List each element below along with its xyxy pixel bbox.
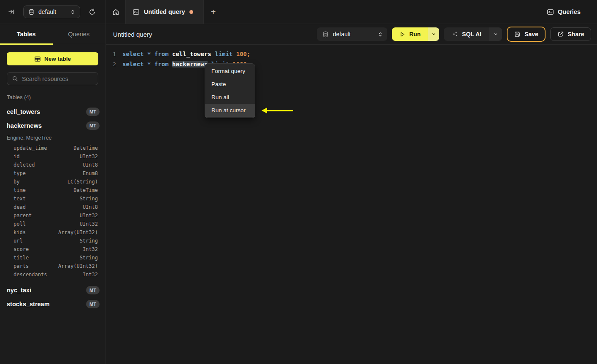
main-area: Untitled query default xyxy=(106,24,597,364)
column-name: score xyxy=(14,246,29,252)
database-selector[interactable]: default xyxy=(23,5,80,18)
top-bar: default Untitled query xyxy=(0,0,597,24)
column-type: LC(String) xyxy=(68,179,98,185)
table-row-stocks-stream[interactable]: stocks_stream MT xyxy=(0,297,105,311)
column-row[interactable]: dead UInt8 xyxy=(0,203,105,211)
share-icon xyxy=(557,31,564,38)
column-row[interactable]: title String xyxy=(0,253,105,262)
sql-ai-label: SQL AI xyxy=(462,31,481,38)
table-row-hackernews[interactable]: hackernews MT xyxy=(0,119,105,132)
refresh-button[interactable] xyxy=(86,5,98,18)
refresh-icon xyxy=(89,8,96,16)
terminal-icon xyxy=(132,8,140,16)
new-table-label: New table xyxy=(44,56,71,62)
sql-keyword: select * from xyxy=(122,51,172,57)
new-tab-button[interactable]: + xyxy=(204,0,223,24)
column-row[interactable]: time DateTime xyxy=(0,186,105,194)
context-menu-item[interactable]: Paste xyxy=(205,78,255,91)
column-type: DateTime xyxy=(73,187,98,193)
share-button-label: Share xyxy=(568,31,584,38)
column-type: Array(UInt32) xyxy=(58,229,98,235)
topbar-left-section: default xyxy=(0,0,105,24)
column-row[interactable]: kids Array(UInt32) xyxy=(0,228,105,237)
hackernews-columns: update_time DateTime id UInt32 deleted U… xyxy=(0,144,105,279)
column-row[interactable]: id UInt32 xyxy=(0,152,105,161)
query-title: Untitled query xyxy=(113,31,152,38)
search-icon xyxy=(12,75,18,82)
sql-keyword: limit xyxy=(211,51,236,57)
column-name: kids xyxy=(14,229,26,235)
run-button[interactable]: Run xyxy=(392,27,428,41)
table-name: hackernews xyxy=(7,122,42,129)
engine-badge: MT xyxy=(86,286,100,294)
column-type: String xyxy=(80,238,98,244)
column-type: String xyxy=(80,255,98,261)
run-options-button[interactable] xyxy=(428,27,439,41)
code-line-2[interactable]: 2select * from hackernews limit 1000 xyxy=(106,59,597,69)
column-row[interactable]: type Enum8 xyxy=(0,169,105,178)
column-row[interactable]: score Int32 xyxy=(0,245,105,253)
column-type: UInt32 xyxy=(80,213,98,218)
chevron-down-icon xyxy=(431,32,436,37)
context-menu-item[interactable]: Run all xyxy=(205,91,255,104)
sql-ai-button[interactable]: SQL AI xyxy=(444,27,489,41)
database-selector-value: default xyxy=(333,31,378,38)
column-row[interactable]: descendants Int32 xyxy=(0,270,105,279)
sql-ai-options-button[interactable] xyxy=(489,27,502,41)
column-row[interactable]: update_time DateTime xyxy=(0,144,105,152)
column-type: DateTime xyxy=(73,145,98,151)
context-menu-item[interactable]: Run at cursor xyxy=(205,104,255,117)
line-number: 1 xyxy=(106,51,116,57)
home-button[interactable] xyxy=(106,0,125,24)
query-toolbar: Untitled query default xyxy=(106,24,597,45)
column-name: by xyxy=(14,179,19,185)
unsaved-changes-dot xyxy=(189,10,193,14)
share-button[interactable]: Share xyxy=(550,27,591,41)
column-name: url xyxy=(14,238,23,244)
save-button-label: Save xyxy=(524,31,538,38)
sql-editor[interactable]: 1select * from cell_towers limit 100; 2s… xyxy=(106,45,597,69)
column-name: id xyxy=(14,154,19,159)
sql-number: 100; xyxy=(236,51,251,57)
search-box xyxy=(7,72,98,85)
sidebar-tab-queries[interactable]: Queries xyxy=(53,24,105,44)
column-name: title xyxy=(14,255,29,261)
column-name: poll xyxy=(14,221,26,227)
column-type: UInt8 xyxy=(83,204,98,210)
sidebar-tab-tables[interactable]: Tables xyxy=(0,24,53,44)
context-menu-item-label: Run all xyxy=(211,94,229,100)
table-row-nyc-taxi[interactable]: nyc_taxi MT xyxy=(0,283,105,297)
save-icon xyxy=(514,31,521,38)
column-row[interactable]: text String xyxy=(0,194,105,203)
database-icon xyxy=(28,9,35,15)
code-line-1[interactable]: 1select * from cell_towers limit 100; xyxy=(106,49,597,59)
column-row[interactable]: url String xyxy=(0,237,105,245)
database-selector[interactable]: default xyxy=(317,27,387,41)
column-type: UInt32 xyxy=(80,154,98,159)
new-table-button[interactable]: New table xyxy=(7,52,98,65)
app-root: default Untitled query xyxy=(0,0,597,364)
save-button[interactable]: Save xyxy=(507,27,546,42)
queries-button[interactable]: Queries xyxy=(547,0,581,24)
collapse-sidebar-button[interactable] xyxy=(5,5,18,18)
context-menu-item[interactable]: Format query xyxy=(205,65,255,78)
engine-badge: MT xyxy=(86,121,100,130)
column-row[interactable]: parent UInt32 xyxy=(0,211,105,220)
column-row[interactable]: parts Array(UInt32) xyxy=(0,262,105,270)
search-input[interactable] xyxy=(22,75,98,82)
run-split-button: Run xyxy=(392,27,439,41)
column-type: Array(UInt32) xyxy=(58,263,98,269)
plus-icon: + xyxy=(211,7,216,17)
table-row-cell-towers[interactable]: cell_towers MT xyxy=(0,105,105,119)
column-row[interactable]: poll UInt32 xyxy=(0,220,105,228)
engine-label: Engine: MergeTree xyxy=(0,132,105,143)
sidebar-content: New table xyxy=(0,44,105,85)
column-row[interactable]: by LC(String) xyxy=(0,178,105,186)
column-row[interactable]: deleted UInt8 xyxy=(0,161,105,169)
column-name: time xyxy=(14,187,26,193)
table-name: stocks_stream xyxy=(7,301,50,307)
tab-untitled-query[interactable]: Untitled query xyxy=(125,0,204,24)
home-icon xyxy=(112,8,119,16)
sidebar-tab-queries-label: Queries xyxy=(68,31,89,38)
queries-button-label: Queries xyxy=(558,8,581,15)
